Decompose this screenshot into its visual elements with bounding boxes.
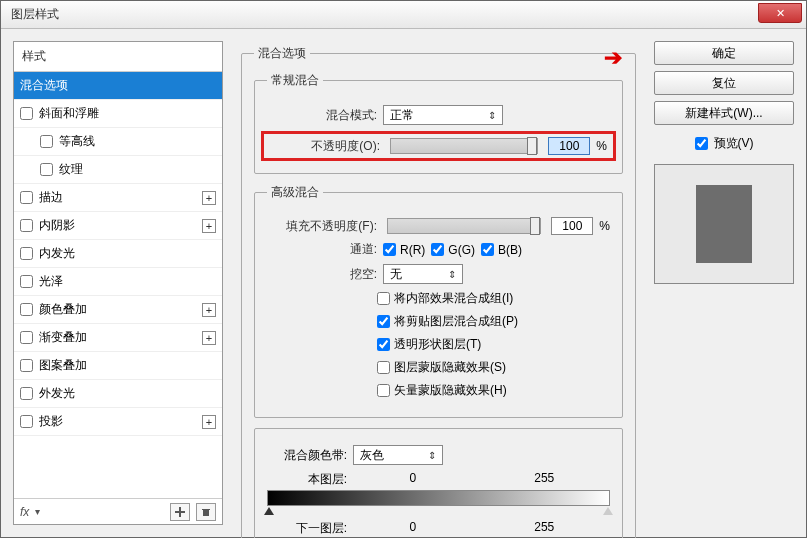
add-effect-button[interactable]: + (202, 219, 216, 233)
add-effect-button[interactable]: + (202, 415, 216, 429)
opacity-slider[interactable] (390, 138, 538, 154)
channel-r[interactable]: R(R) (383, 243, 425, 257)
style-row[interactable]: 内阴影+ (14, 212, 222, 240)
styles-header: 样式 (14, 42, 222, 72)
style-row[interactable]: 描边+ (14, 184, 222, 212)
opt-clip-group-checkbox[interactable] (377, 315, 390, 328)
add-effect-button[interactable]: + (202, 303, 216, 317)
styles-footer: fx ▾ (14, 498, 222, 524)
styles-panel: 样式 混合选项斜面和浮雕等高线纹理描边+内阴影+内发光光泽颜色叠加+渐变叠加+图… (13, 41, 223, 525)
new-style-button[interactable]: 新建样式(W)... (654, 101, 794, 125)
this-white-slider[interactable] (603, 507, 613, 515)
fill-opacity-input[interactable]: 100 (551, 217, 593, 235)
style-label: 光泽 (39, 273, 63, 290)
fill-opacity-slider[interactable] (387, 218, 541, 234)
this-black-slider[interactable] (264, 507, 274, 515)
blend-mode-value: 正常 (390, 107, 414, 124)
blend-options-legend: 混合选项 (254, 45, 310, 62)
under-layer-label: 下一图层: (267, 520, 347, 537)
style-checkbox[interactable] (20, 275, 33, 288)
channel-r-checkbox[interactable] (383, 243, 396, 256)
opt-trans-shape[interactable]: 透明形状图层(T) (377, 336, 481, 353)
channel-g-checkbox[interactable] (431, 243, 444, 256)
fx-icon[interactable]: fx (20, 505, 29, 519)
style-row[interactable]: 外发光 (14, 380, 222, 408)
style-label: 纹理 (59, 161, 83, 178)
footer-dropdown-icon[interactable]: ▾ (35, 506, 40, 517)
opt-clip-group[interactable]: 将剪贴图层混合成组(P) (377, 313, 518, 330)
chevron-down-icon: ⇕ (428, 450, 436, 461)
channel-b-checkbox[interactable] (481, 243, 494, 256)
fill-opacity-unit: % (599, 219, 610, 233)
style-label: 等高线 (59, 133, 95, 150)
style-checkbox[interactable] (20, 415, 33, 428)
opt-mask-hide-checkbox[interactable] (377, 361, 390, 374)
knockout-select[interactable]: 无 ⇕ (383, 264, 463, 284)
cancel-button[interactable]: 复位 (654, 71, 794, 95)
ok-button[interactable]: 确定 (654, 41, 794, 65)
style-label: 斜面和浮雕 (39, 105, 99, 122)
style-checkbox[interactable] (20, 219, 33, 232)
style-checkbox[interactable] (20, 191, 33, 204)
opt-mask-hide[interactable]: 图层蒙版隐藏效果(S) (377, 359, 506, 376)
style-row[interactable]: 斜面和浮雕 (14, 100, 222, 128)
style-checkbox[interactable] (20, 387, 33, 400)
blendif-label: 混合颜色带: (267, 447, 347, 464)
style-row[interactable]: 光泽 (14, 268, 222, 296)
options-panel: 混合选项 常规混合 混合模式: 正常 ⇕ 不透明度(O): 100 (233, 41, 644, 525)
dialog-body: 样式 混合选项斜面和浮雕等高线纹理描边+内阴影+内发光光泽颜色叠加+渐变叠加+图… (1, 29, 806, 537)
style-row[interactable]: 混合选项 (14, 72, 222, 100)
close-button[interactable]: ✕ (758, 3, 802, 23)
style-row[interactable]: 渐变叠加+ (14, 324, 222, 352)
style-checkbox[interactable] (40, 163, 53, 176)
blend-mode-select[interactable]: 正常 ⇕ (383, 105, 503, 125)
window-title: 图层样式 (11, 6, 59, 23)
opt-vmask-hide-checkbox[interactable] (377, 384, 390, 397)
add-style-button[interactable] (170, 503, 190, 521)
style-checkbox[interactable] (20, 247, 33, 260)
svg-rect-1 (179, 507, 181, 517)
channel-b[interactable]: B(B) (481, 243, 522, 257)
add-effect-button[interactable]: + (202, 331, 216, 345)
style-row[interactable]: 等高线 (14, 128, 222, 156)
style-checkbox[interactable] (40, 135, 53, 148)
blend-mode-label: 混合模式: (267, 107, 377, 124)
opacity-input[interactable]: 100 (548, 137, 590, 155)
opt-trans-shape-checkbox[interactable] (377, 338, 390, 351)
style-row[interactable]: 图案叠加 (14, 352, 222, 380)
red-arrow-icon: ➔ (604, 45, 622, 71)
blend-options-group: 混合选项 常规混合 混合模式: 正常 ⇕ 不透明度(O): 100 (241, 45, 636, 538)
delete-style-button[interactable] (196, 503, 216, 521)
style-checkbox[interactable] (20, 331, 33, 344)
blendif-select[interactable]: 灰色 ⇕ (353, 445, 443, 465)
style-label: 图案叠加 (39, 357, 87, 374)
preview-swatch (696, 185, 752, 263)
preview-toggle[interactable]: 预览(V) (654, 135, 794, 152)
this-layer-high: 255 (479, 471, 611, 488)
add-effect-button[interactable]: + (202, 191, 216, 205)
style-label: 混合选项 (20, 77, 68, 94)
under-layer-low: 0 (347, 520, 479, 537)
titlebar[interactable]: 图层样式 ✕ (1, 1, 806, 29)
advanced-blend-group: 高级混合 填充不透明度(F): 100 % 通道: R(R) G(G) B(B) (254, 184, 623, 418)
styles-list: 混合选项斜面和浮雕等高线纹理描边+内阴影+内发光光泽颜色叠加+渐变叠加+图案叠加… (14, 72, 222, 498)
style-row[interactable]: 纹理 (14, 156, 222, 184)
style-checkbox[interactable] (20, 303, 33, 316)
opt-inner-group[interactable]: 将内部效果混合成组(I) (377, 290, 513, 307)
preview-label: 预览(V) (714, 135, 754, 152)
style-checkbox[interactable] (20, 359, 33, 372)
preview-checkbox[interactable] (695, 137, 708, 150)
style-row[interactable]: 内发光 (14, 240, 222, 268)
opacity-label: 不透明度(O): (270, 138, 380, 155)
channel-g[interactable]: G(G) (431, 243, 475, 257)
style-label: 描边 (39, 189, 63, 206)
style-checkbox[interactable] (20, 107, 33, 120)
this-layer-gradient[interactable] (267, 490, 610, 506)
opt-vmask-hide[interactable]: 矢量蒙版隐藏效果(H) (377, 382, 507, 399)
style-label: 内发光 (39, 245, 75, 262)
style-row[interactable]: 颜色叠加+ (14, 296, 222, 324)
opt-inner-group-checkbox[interactable] (377, 292, 390, 305)
style-label: 颜色叠加 (39, 301, 87, 318)
style-row[interactable]: 投影+ (14, 408, 222, 436)
chevron-down-icon: ⇕ (488, 110, 496, 121)
